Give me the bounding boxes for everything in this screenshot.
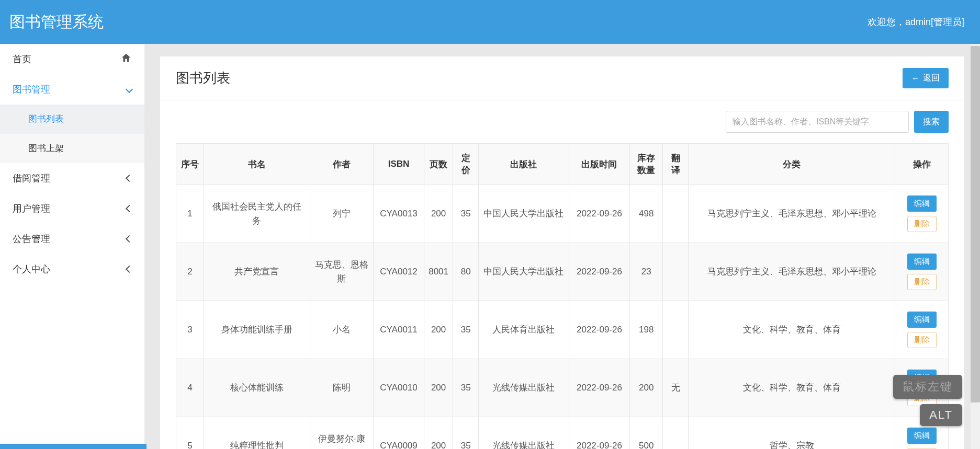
- cell-category: 马克思列宁主义、毛泽东思想、邓小平理论: [688, 185, 895, 243]
- cell-date: 2022-09-26: [569, 359, 630, 417]
- cell-category: 哲学、宗教: [688, 417, 895, 450]
- sidebar-item-profile[interactable]: 个人中心: [0, 254, 144, 284]
- search-toolbar: 搜索: [160, 100, 964, 143]
- th-date: 出版时间: [569, 144, 630, 185]
- chevron-down-icon: [127, 85, 132, 94]
- cell-trans: [663, 301, 689, 359]
- cell-price: 80: [453, 243, 479, 301]
- cell-isbn: CYA0013: [374, 185, 424, 243]
- mouse-left-chip: 鼠标左键: [893, 375, 962, 399]
- cell-name: 俄国社会民主党人的任务: [204, 185, 310, 243]
- chevron-left-icon: [127, 264, 132, 274]
- cell-idx: 3: [176, 301, 204, 359]
- sidebar-submenu-books: 图书列表 图书上架: [0, 105, 144, 163]
- sidebar-item-borrow[interactable]: 借阅管理: [0, 163, 144, 193]
- cell-date: 2022-09-26: [569, 185, 630, 243]
- search-button[interactable]: 搜索: [914, 111, 949, 133]
- cell-trans: [663, 185, 689, 243]
- cell-price: 35: [453, 417, 479, 450]
- cell-author: 陈明: [310, 359, 374, 417]
- cell-trans: [663, 417, 689, 450]
- sidebar-item-label: 图书管理: [13, 83, 50, 96]
- back-button[interactable]: ← 返回: [903, 68, 949, 88]
- books-table: 序号 书名 作者 ISBN 页数 定价 出版社 出版时间 库存数量 翻译 分类 …: [176, 143, 949, 449]
- edit-button[interactable]: 编辑: [907, 195, 937, 212]
- top-bar: 图书管理系统 欢迎您，admin[管理员]: [0, 0, 980, 44]
- th-trans: 翻译: [663, 144, 689, 185]
- cell-date: 2022-09-26: [569, 243, 630, 301]
- cell-stock: 23: [630, 243, 663, 301]
- content-panel: 图书列表 ← 返回 搜索: [160, 56, 964, 449]
- cell-date: 2022-09-26: [569, 301, 630, 359]
- bottom-accent-bar: [0, 444, 147, 449]
- table-row: 3身体功能训练手册小名CYA001120035人民体育出版社2022-09-26…: [176, 301, 949, 359]
- table-row: 4核心体能训练陈明CYA001020035光线传媒出版社2022-09-2620…: [176, 359, 949, 417]
- sidebar-item-users[interactable]: 用户管理: [0, 193, 144, 224]
- cell-name: 核心体能训练: [204, 359, 310, 417]
- cell-pages: 8001: [424, 243, 453, 301]
- home-icon: [120, 52, 132, 66]
- cell-category: 文化、科学、教育、体育: [688, 359, 895, 417]
- cell-category: 文化、科学、教育、体育: [688, 301, 895, 359]
- cell-author: 列宁: [310, 185, 374, 243]
- alt-key-chip: ALT: [920, 404, 962, 426]
- th-isbn: ISBN: [374, 144, 424, 185]
- th-idx: 序号: [176, 144, 204, 185]
- cell-price: 35: [453, 301, 479, 359]
- edit-button[interactable]: 编辑: [907, 254, 937, 270]
- search-input[interactable]: [726, 111, 909, 133]
- cell-price: 35: [453, 185, 479, 243]
- sidebar-item-books[interactable]: 图书管理: [0, 74, 144, 105]
- edit-button[interactable]: 编辑: [907, 312, 937, 328]
- th-category: 分类: [688, 144, 895, 185]
- cell-publisher: 中国人民大学出版社: [479, 185, 569, 243]
- main-content: 图书列表 ← 返回 搜索: [144, 44, 980, 449]
- cell-actions: 编辑删除: [895, 243, 949, 301]
- cell-stock: 498: [630, 185, 663, 243]
- cell-category: 马克思列宁主义、毛泽东思想、邓小平理论: [688, 243, 895, 301]
- welcome-text: 欢迎您，admin[管理员]: [868, 16, 964, 28]
- keypress-overlay: 鼠标左键 ALT: [893, 375, 962, 426]
- edit-button[interactable]: 编辑: [907, 428, 937, 444]
- cell-stock: 500: [630, 417, 663, 450]
- cell-price: 35: [453, 359, 479, 417]
- cell-stock: 198: [630, 301, 663, 359]
- cell-name: 共产党宣言: [204, 243, 310, 301]
- table-row: 5纯粹理性批判伊曼努尔·康德CYA000920035光线传媒出版社2022-09…: [176, 417, 949, 450]
- table-row: 2共产党宣言马克思、恩格斯CYA0012800180中国人民大学出版社2022-…: [176, 243, 949, 301]
- cell-trans: 无: [663, 359, 689, 417]
- sidebar-item-label: 用户管理: [13, 202, 50, 215]
- sidebar-item-notices[interactable]: 公告管理: [0, 224, 144, 254]
- cell-author: 伊曼努尔·康德: [310, 417, 374, 450]
- delete-button[interactable]: 删除: [907, 332, 937, 348]
- th-price: 定价: [453, 144, 479, 185]
- scrollbar-thumb[interactable]: [971, 46, 980, 402]
- cell-isbn: CYA0012: [374, 243, 424, 301]
- th-actions: 操作: [895, 144, 949, 185]
- cell-isbn: CYA0010: [374, 359, 424, 417]
- cell-publisher: 光线传媒出版社: [479, 417, 569, 450]
- sidebar-subitem-book-list[interactable]: 图书列表: [0, 105, 144, 134]
- sidebar-item-label: 首页: [13, 53, 31, 65]
- sidebar-item-label: 借阅管理: [13, 172, 50, 185]
- delete-button[interactable]: 删除: [907, 274, 937, 290]
- chevron-left-icon: [127, 174, 132, 183]
- vertical-scrollbar[interactable]: [971, 44, 980, 449]
- cell-stock: 200: [630, 359, 663, 417]
- panel-header: 图书列表 ← 返回: [160, 56, 964, 100]
- table-header-row: 序号 书名 作者 ISBN 页数 定价 出版社 出版时间 库存数量 翻译 分类 …: [176, 144, 949, 185]
- cell-publisher: 人民体育出版社: [479, 301, 569, 359]
- cell-idx: 5: [176, 417, 204, 450]
- sidebar-item-label: 公告管理: [13, 233, 50, 245]
- sidebar-item-label: 个人中心: [13, 263, 50, 275]
- sidebar-item-home[interactable]: 首页: [0, 44, 144, 74]
- cell-publisher: 光线传媒出版社: [479, 359, 569, 417]
- cell-date: 2022-09-26: [569, 417, 630, 450]
- th-publisher: 出版社: [479, 144, 569, 185]
- sidebar-subitem-book-add[interactable]: 图书上架: [0, 134, 144, 163]
- th-author: 作者: [310, 144, 374, 185]
- delete-button[interactable]: 删除: [907, 216, 937, 232]
- th-stock: 库存数量: [630, 144, 663, 185]
- cell-isbn: CYA0011: [374, 301, 424, 359]
- sidebar: 首页 图书管理 图书列表 图书上架 借阅管理 用户管理 公告管理 个人中心: [0, 44, 144, 449]
